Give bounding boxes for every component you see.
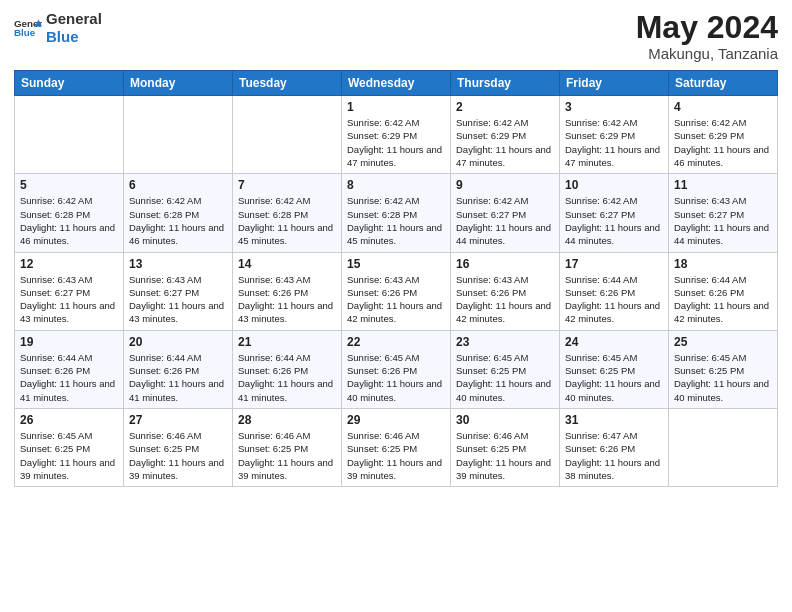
day-number: 12 <box>20 257 118 271</box>
calendar-cell-w2-d4: 8Sunrise: 6:42 AMSunset: 6:28 PMDaylight… <box>342 174 451 252</box>
daylight-text: Daylight: 11 hours and 40 minutes. <box>347 377 445 404</box>
calendar-week-1: 1Sunrise: 6:42 AMSunset: 6:29 PMDaylight… <box>15 96 778 174</box>
calendar-cell-w1-d4: 1Sunrise: 6:42 AMSunset: 6:29 PMDaylight… <box>342 96 451 174</box>
day-number: 24 <box>565 335 663 349</box>
sunset-text: Sunset: 6:26 PM <box>565 286 663 299</box>
calendar-cell-w4-d3: 21Sunrise: 6:44 AMSunset: 6:26 PMDayligh… <box>233 330 342 408</box>
sunset-text: Sunset: 6:28 PM <box>347 208 445 221</box>
day-info: Sunrise: 6:43 AMSunset: 6:27 PMDaylight:… <box>129 273 227 326</box>
sunset-text: Sunset: 6:26 PM <box>565 442 663 455</box>
sunset-text: Sunset: 6:29 PM <box>347 129 445 142</box>
day-info: Sunrise: 6:44 AMSunset: 6:26 PMDaylight:… <box>238 351 336 404</box>
daylight-text: Daylight: 11 hours and 39 minutes. <box>238 456 336 483</box>
day-number: 11 <box>674 178 772 192</box>
day-info: Sunrise: 6:44 AMSunset: 6:26 PMDaylight:… <box>565 273 663 326</box>
calendar-week-5: 26Sunrise: 6:45 AMSunset: 6:25 PMDayligh… <box>15 408 778 486</box>
day-info: Sunrise: 6:45 AMSunset: 6:25 PMDaylight:… <box>674 351 772 404</box>
sunrise-text: Sunrise: 6:46 AM <box>456 429 554 442</box>
calendar-cell-w4-d6: 24Sunrise: 6:45 AMSunset: 6:25 PMDayligh… <box>560 330 669 408</box>
day-info: Sunrise: 6:45 AMSunset: 6:26 PMDaylight:… <box>347 351 445 404</box>
calendar-cell-w1-d7: 4Sunrise: 6:42 AMSunset: 6:29 PMDaylight… <box>669 96 778 174</box>
logo-text-blue: Blue <box>46 28 102 46</box>
sunset-text: Sunset: 6:28 PM <box>129 208 227 221</box>
daylight-text: Daylight: 11 hours and 40 minutes. <box>674 377 772 404</box>
sunrise-text: Sunrise: 6:43 AM <box>347 273 445 286</box>
daylight-text: Daylight: 11 hours and 41 minutes. <box>238 377 336 404</box>
sunset-text: Sunset: 6:29 PM <box>674 129 772 142</box>
calendar-cell-w5-d4: 29Sunrise: 6:46 AMSunset: 6:25 PMDayligh… <box>342 408 451 486</box>
sunrise-text: Sunrise: 6:46 AM <box>347 429 445 442</box>
calendar-cell-w3-d4: 15Sunrise: 6:43 AMSunset: 6:26 PMDayligh… <box>342 252 451 330</box>
day-info: Sunrise: 6:46 AMSunset: 6:25 PMDaylight:… <box>129 429 227 482</box>
sunrise-text: Sunrise: 6:44 AM <box>565 273 663 286</box>
sunset-text: Sunset: 6:25 PM <box>456 364 554 377</box>
daylight-text: Daylight: 11 hours and 40 minutes. <box>565 377 663 404</box>
day-number: 14 <box>238 257 336 271</box>
daylight-text: Daylight: 11 hours and 45 minutes. <box>238 221 336 248</box>
daylight-text: Daylight: 11 hours and 44 minutes. <box>456 221 554 248</box>
daylight-text: Daylight: 11 hours and 39 minutes. <box>129 456 227 483</box>
calendar-header-row: Sunday Monday Tuesday Wednesday Thursday… <box>15 71 778 96</box>
day-info: Sunrise: 6:43 AMSunset: 6:27 PMDaylight:… <box>674 194 772 247</box>
header-saturday: Saturday <box>669 71 778 96</box>
day-info: Sunrise: 6:46 AMSunset: 6:25 PMDaylight:… <box>456 429 554 482</box>
title-area: May 2024 Makungu, Tanzania <box>636 10 778 62</box>
daylight-text: Daylight: 11 hours and 46 minutes. <box>674 143 772 170</box>
sunset-text: Sunset: 6:27 PM <box>674 208 772 221</box>
daylight-text: Daylight: 11 hours and 42 minutes. <box>565 299 663 326</box>
day-number: 19 <box>20 335 118 349</box>
day-info: Sunrise: 6:46 AMSunset: 6:25 PMDaylight:… <box>347 429 445 482</box>
sunrise-text: Sunrise: 6:44 AM <box>20 351 118 364</box>
calendar-cell-w1-d3 <box>233 96 342 174</box>
header-monday: Monday <box>124 71 233 96</box>
day-info: Sunrise: 6:42 AMSunset: 6:29 PMDaylight:… <box>456 116 554 169</box>
day-info: Sunrise: 6:43 AMSunset: 6:26 PMDaylight:… <box>238 273 336 326</box>
day-info: Sunrise: 6:42 AMSunset: 6:29 PMDaylight:… <box>565 116 663 169</box>
calendar-cell-w5-d2: 27Sunrise: 6:46 AMSunset: 6:25 PMDayligh… <box>124 408 233 486</box>
calendar-cell-w3-d1: 12Sunrise: 6:43 AMSunset: 6:27 PMDayligh… <box>15 252 124 330</box>
day-number: 8 <box>347 178 445 192</box>
logo: General Blue General Blue <box>14 10 102 46</box>
sunset-text: Sunset: 6:26 PM <box>238 286 336 299</box>
location-subtitle: Makungu, Tanzania <box>636 45 778 62</box>
sunset-text: Sunset: 6:28 PM <box>20 208 118 221</box>
sunrise-text: Sunrise: 6:42 AM <box>456 194 554 207</box>
day-number: 10 <box>565 178 663 192</box>
sunrise-text: Sunrise: 6:43 AM <box>129 273 227 286</box>
day-number: 13 <box>129 257 227 271</box>
day-info: Sunrise: 6:42 AMSunset: 6:29 PMDaylight:… <box>347 116 445 169</box>
sunset-text: Sunset: 6:25 PM <box>238 442 336 455</box>
calendar-week-2: 5Sunrise: 6:42 AMSunset: 6:28 PMDaylight… <box>15 174 778 252</box>
sunrise-text: Sunrise: 6:42 AM <box>674 116 772 129</box>
day-number: 20 <box>129 335 227 349</box>
sunrise-text: Sunrise: 6:43 AM <box>674 194 772 207</box>
daylight-text: Daylight: 11 hours and 39 minutes. <box>20 456 118 483</box>
month-title: May 2024 <box>636 10 778 45</box>
day-number: 16 <box>456 257 554 271</box>
day-info: Sunrise: 6:43 AMSunset: 6:26 PMDaylight:… <box>456 273 554 326</box>
sunrise-text: Sunrise: 6:42 AM <box>565 116 663 129</box>
sunset-text: Sunset: 6:29 PM <box>456 129 554 142</box>
sunrise-text: Sunrise: 6:44 AM <box>238 351 336 364</box>
header-thursday: Thursday <box>451 71 560 96</box>
daylight-text: Daylight: 11 hours and 41 minutes. <box>129 377 227 404</box>
calendar-cell-w2-d5: 9Sunrise: 6:42 AMSunset: 6:27 PMDaylight… <box>451 174 560 252</box>
daylight-text: Daylight: 11 hours and 42 minutes. <box>347 299 445 326</box>
day-number: 25 <box>674 335 772 349</box>
calendar-cell-w4-d2: 20Sunrise: 6:44 AMSunset: 6:26 PMDayligh… <box>124 330 233 408</box>
daylight-text: Daylight: 11 hours and 40 minutes. <box>456 377 554 404</box>
sunset-text: Sunset: 6:26 PM <box>20 364 118 377</box>
sunset-text: Sunset: 6:26 PM <box>347 286 445 299</box>
sunrise-text: Sunrise: 6:43 AM <box>456 273 554 286</box>
calendar-cell-w5-d5: 30Sunrise: 6:46 AMSunset: 6:25 PMDayligh… <box>451 408 560 486</box>
day-number: 31 <box>565 413 663 427</box>
sunrise-text: Sunrise: 6:42 AM <box>347 194 445 207</box>
calendar-cell-w4-d1: 19Sunrise: 6:44 AMSunset: 6:26 PMDayligh… <box>15 330 124 408</box>
day-number: 22 <box>347 335 445 349</box>
daylight-text: Daylight: 11 hours and 47 minutes. <box>456 143 554 170</box>
sunrise-text: Sunrise: 6:44 AM <box>129 351 227 364</box>
header-wednesday: Wednesday <box>342 71 451 96</box>
header: General Blue General Blue May 2024 Makun… <box>14 10 778 62</box>
sunset-text: Sunset: 6:27 PM <box>129 286 227 299</box>
sunset-text: Sunset: 6:27 PM <box>565 208 663 221</box>
